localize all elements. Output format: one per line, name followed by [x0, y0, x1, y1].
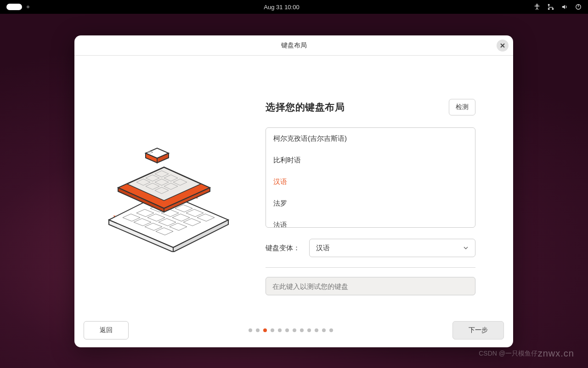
gnome-topbar: Aug 31 10:00: [0, 0, 588, 14]
svg-rect-2: [548, 8, 550, 10]
variant-label: 键盘变体：: [266, 244, 300, 253]
variant-select-value: 汉语: [316, 244, 330, 253]
keyboard-test-input[interactable]: [266, 277, 475, 295]
illustration-pane: [74, 56, 263, 320]
heading-row: 选择您的键盘布局 检测: [266, 99, 475, 115]
watermark-author: CSDN @一只模鱼仔: [479, 350, 537, 358]
step-dot: [322, 328, 326, 332]
volume-icon[interactable]: [561, 4, 568, 10]
close-button[interactable]: [497, 40, 509, 52]
step-dot: [329, 328, 333, 332]
dialog-content: 选择您的键盘布局 检测 柯尔克孜语(吉尔吉斯语)比利时语汉语法罗法语 键盘变体：…: [74, 56, 513, 320]
list-item[interactable]: 柯尔克孜语(吉尔吉斯语): [266, 128, 475, 150]
form-heading: 选择您的键盘布局: [266, 101, 345, 114]
form-pane: 选择您的键盘布局 检测 柯尔克孜语(吉尔吉斯语)比利时语汉语法罗法语 键盘变体：…: [263, 56, 513, 320]
step-dot: [300, 328, 304, 332]
step-dot: [293, 328, 296, 332]
list-item[interactable]: 法罗: [266, 193, 475, 214]
step-dot: [285, 328, 289, 332]
activities-pill[interactable]: [6, 4, 22, 10]
step-dot: [315, 328, 318, 332]
step-dot: [271, 328, 274, 332]
back-button[interactable]: 返回: [84, 321, 129, 339]
dialog-header: 键盘布局: [74, 35, 513, 56]
step-dot: [249, 328, 252, 332]
svg-point-0: [536, 4, 538, 6]
power-icon[interactable]: [575, 4, 582, 10]
dialog-footer: 返回 下一步: [74, 320, 513, 347]
step-dots: [249, 328, 333, 332]
next-button[interactable]: 下一步: [452, 321, 504, 339]
svg-rect-3: [552, 8, 554, 10]
variant-select[interactable]: 汉语: [309, 239, 475, 257]
topbar-datetime[interactable]: Aug 31 10:00: [29, 4, 534, 11]
step-dot: [256, 328, 260, 332]
step-dot: [263, 328, 267, 332]
detect-button[interactable]: 检测: [449, 99, 475, 115]
step-dot: [307, 328, 311, 332]
list-item[interactable]: 比利时语: [266, 150, 475, 171]
dialog-title: 键盘布局: [281, 41, 307, 50]
keyboard-illustration: [100, 132, 237, 252]
close-icon: [500, 43, 505, 48]
accessibility-icon[interactable]: [534, 4, 540, 10]
variant-row: 键盘变体： 汉语: [266, 237, 475, 257]
watermark-site: znwx.cn: [538, 348, 574, 359]
topbar-tray[interactable]: [534, 4, 582, 10]
svg-rect-1: [548, 4, 550, 6]
installer-dialog: 键盘布局: [74, 35, 513, 347]
list-item[interactable]: 汉语: [266, 171, 475, 193]
keyboard-layout-list[interactable]: 柯尔克孜语(吉尔吉斯语)比利时语汉语法罗法语: [266, 127, 475, 228]
topbar-left: [6, 4, 29, 10]
chevron-down-icon: [463, 245, 469, 251]
network-icon[interactable]: [548, 4, 554, 10]
step-dot: [278, 328, 282, 332]
divider: [266, 267, 475, 268]
list-item[interactable]: 法语: [266, 214, 475, 228]
